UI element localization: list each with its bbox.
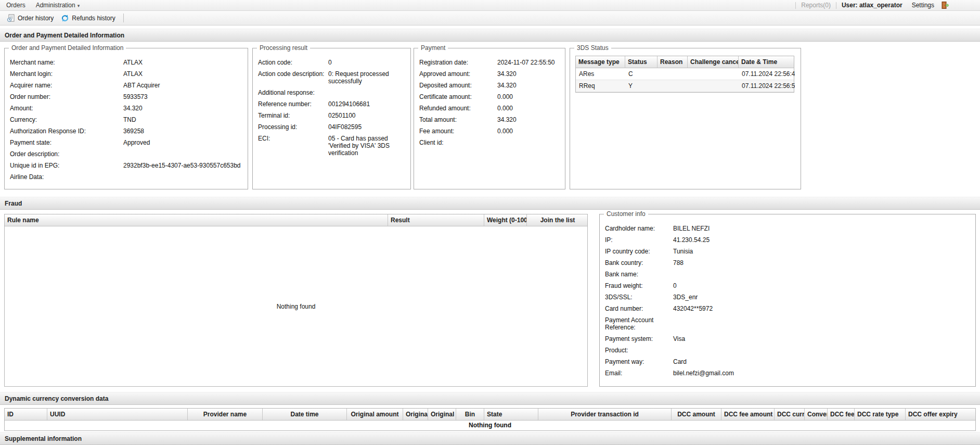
column-header[interactable]: DCC fee amount (721, 409, 775, 420)
menu-administration[interactable]: Administration▾ (32, 2, 86, 9)
field-label: Deposited amount: (419, 82, 497, 89)
field-value: 369258 (123, 128, 242, 135)
field-value: 41.230.54.25 (673, 236, 970, 244)
column-header[interactable]: DCC offer expiry (906, 409, 975, 420)
field-value: 3DS_enr (673, 294, 970, 301)
order-info-panel: Order and Payment Detailed Information M… (4, 48, 248, 189)
customer-info-legend: Customer info (604, 210, 648, 218)
field-row: Processing id:04IF082595 (258, 121, 405, 133)
field-label: Merchant login: (10, 70, 123, 78)
three-ds-status-panel: 3DS Status Message typeStatusReasonChall… (570, 48, 801, 189)
dcc-table-header: IDUUIDProvider nameDate timeOriginal amo… (5, 409, 975, 421)
column-header[interactable]: Provider transaction id (538, 409, 672, 420)
column-header[interactable]: Provider name (188, 409, 263, 420)
payment-legend: Payment (418, 44, 448, 52)
field-row: Product: (605, 345, 970, 356)
section-header-main: Order and Payment Detailed Information (0, 29, 980, 42)
divider (836, 2, 836, 9)
field-value: Approved (123, 139, 242, 146)
table-cell: C (625, 68, 657, 80)
field-row: Action code description:0: Request proce… (258, 68, 405, 87)
column-header[interactable]: DCC curr (775, 409, 805, 420)
table-cell (657, 68, 688, 80)
field-value (673, 271, 970, 278)
table-cell: ARes (576, 68, 625, 80)
field-value: 34.320 (123, 105, 242, 112)
field-value (673, 347, 970, 354)
field-row: Registration date:2024-11-07 22:55:50 (419, 57, 560, 68)
column-header[interactable]: Date time (263, 409, 347, 420)
field-row: Reference number:001294106681 (258, 98, 405, 110)
field-row: Amount:34.320 (10, 103, 242, 114)
table-row[interactable]: AResC07.11.2024 22:56:42 (576, 68, 794, 80)
column-header[interactable]: Rule name (5, 214, 388, 226)
field-value: 34.320 (497, 82, 560, 89)
field-row: Email:bilel.nefzi@gmail.com (605, 367, 970, 379)
field-value (328, 89, 405, 96)
menu-settings[interactable]: Settings (912, 2, 934, 9)
table-cell (688, 80, 739, 92)
column-header[interactable]: Join the list (527, 214, 588, 226)
field-label: Order description: (10, 150, 123, 158)
column-header[interactable]: ID (5, 409, 47, 420)
column-header[interactable]: UUID (47, 409, 188, 420)
column-header[interactable]: Conversi (805, 409, 828, 420)
table-row[interactable]: RReqY07.11.2024 22:56:58 (576, 80, 794, 92)
dcc-table-empty-state: Nothing found (5, 421, 975, 430)
field-row: IP:41.230.54.25 (605, 234, 970, 246)
column-header[interactable]: State (484, 409, 538, 420)
field-value: 0 (328, 59, 405, 66)
column-header[interactable]: Result (388, 214, 484, 226)
menu-orders[interactable]: Orders (2, 2, 32, 9)
field-label: Terminal id: (258, 112, 328, 119)
column-header[interactable]: Date & Time (739, 56, 795, 68)
column-header[interactable]: Weight (0-100) (484, 214, 527, 226)
column-header[interactable]: Original c (428, 409, 456, 420)
dcc-area: IDUUIDProvider nameDate timeOriginal amo… (0, 405, 980, 433)
column-header[interactable]: Original amount (347, 409, 403, 420)
menubar: Orders Administration▾ Reports(0) User: … (0, 0, 980, 11)
column-header[interactable]: DCC rate type (855, 409, 906, 420)
order-history-button[interactable]: Order history (3, 13, 57, 23)
field-label: Action code description: (258, 70, 328, 85)
field-row: Total amount:34.320 (419, 114, 560, 125)
field-label: Certificate amount: (419, 93, 497, 100)
logout-door-icon[interactable] (940, 1, 949, 9)
column-header[interactable]: Bin (456, 409, 484, 420)
fraud-table-header: Rule nameResultWeight (0-100)Join the li… (5, 214, 587, 226)
field-row: IP country code:Tunisia (605, 246, 970, 257)
field-value: ATLAX (123, 70, 242, 78)
field-value: 34.320 (497, 70, 560, 78)
three-ds-legend: 3DS Status (574, 44, 611, 52)
field-label: Payment state: (10, 139, 123, 146)
field-label: Approved amount: (419, 70, 497, 78)
field-value: ABT Acquirer (123, 82, 242, 89)
field-label: Amount: (10, 105, 123, 112)
field-label: Product: (605, 347, 673, 354)
field-label: Fee amount: (419, 128, 497, 135)
field-value: 0 (673, 282, 970, 289)
field-label: Total amount: (419, 116, 497, 123)
field-value: Visa (673, 335, 970, 342)
field-label: Cardholder name: (605, 225, 673, 232)
refunds-history-button[interactable]: Refunds history (57, 13, 119, 23)
field-label: Order number: (10, 93, 123, 100)
column-header[interactable]: Message type (576, 56, 625, 68)
field-row: ECI:05 - Card has passed 'Verified by VI… (258, 133, 405, 159)
column-header[interactable]: Original f (403, 409, 428, 420)
field-label: Processing id: (258, 123, 328, 131)
field-label: Authorization Response ID: (10, 128, 123, 135)
section-header-fraud: Fraud (0, 197, 980, 210)
menu-reports[interactable]: Reports(0) (801, 2, 831, 9)
field-row: Fee amount:0.000 (419, 125, 560, 137)
column-header[interactable]: Status (625, 56, 657, 68)
field-row: Terminal id:02501100 (258, 110, 405, 121)
field-value: 04IF082595 (328, 123, 405, 131)
field-row: Additional response: (258, 87, 405, 98)
field-label: Airline Data: (10, 173, 123, 181)
field-value: TND (123, 116, 242, 123)
column-header[interactable]: DCC amount (672, 409, 721, 420)
column-header[interactable]: Challenge cancel (688, 56, 739, 68)
column-header[interactable]: DCC fee (828, 409, 855, 420)
column-header[interactable]: Reason (657, 56, 688, 68)
